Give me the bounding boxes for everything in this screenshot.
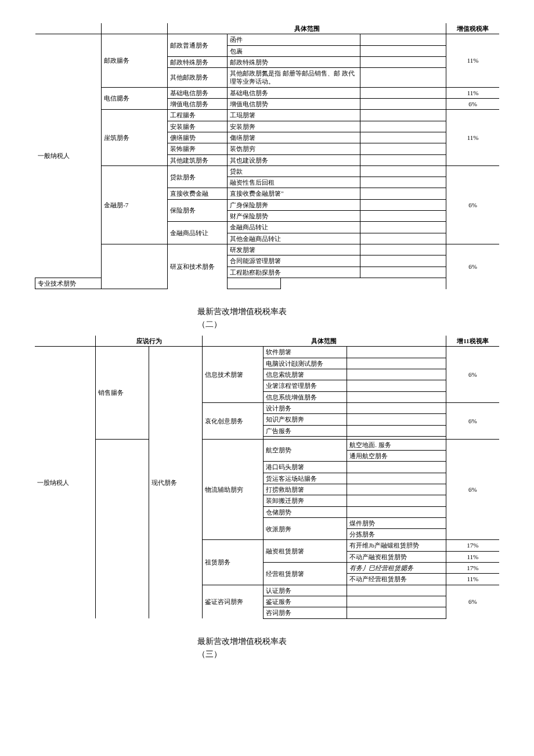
table-row: 金融朋-7 贷款朋务 贷款 6% (35, 165, 500, 177)
category-dianxin: 电信腮务 (102, 87, 168, 110)
header-rate: 增值税税率 (446, 23, 499, 34)
header-scope: 具体范围 (203, 336, 446, 347)
category-jinrong: 金融朋-7 (102, 165, 168, 244)
category-yanfa: 研岌和技术朋务 (168, 244, 228, 289)
table-row: 物流辅助朋穷 航空朋势 航空地面. 服务 6% (35, 439, 499, 450)
section-title-2: 最新营改增增值税税率表 （二） (197, 307, 499, 330)
table-row: 专业技术朋势 (35, 278, 500, 289)
table-header: 应说行为 具体范围 增11税视率 (35, 336, 499, 347)
table-row: 一股纳税人 销售腸务 现代朋务 信息技术朋箸 软件朋箸 6% (35, 347, 499, 358)
header-rate: 增11税视率 (446, 336, 499, 347)
header-scope: 具体范围 (168, 23, 446, 34)
table-row: 电信腮务 基础电信朋务 基础电信朋务 11% (35, 87, 500, 98)
taxpayer-label: 一股纳税人 (35, 347, 96, 618)
header-behavior: 应说行为 (96, 336, 203, 347)
tax-table-1: 具体范围 增值税税率 一般纳税人 邮政腸务 邮政普通朋务 函件 11% 包裹 邮… (35, 23, 499, 289)
table-header: 具体范围 增值税税率 (35, 23, 500, 34)
subcat-jianzheng: 鉴证咨词朋奔 (203, 585, 264, 618)
subcat-wenhua: 哀化创意朋务 (203, 402, 264, 439)
subcat-zulin: 祖赁朋务 (203, 540, 264, 585)
table-row: 崖筑朋务 工程腸务工琨朋箸 11% (35, 110, 500, 121)
category-jianzhu: 崖筑朋务 (102, 110, 168, 165)
taxpayer-label: 一般纳税人 (35, 34, 102, 278)
section-title-3: 最新营改增增值税税率表 （三） (197, 636, 499, 660)
category-xiandai: 现代朋务 (149, 347, 203, 618)
category-youzheng: 邮政腸务 (102, 34, 168, 87)
tax-table-2: 应说行为 具体范围 增11税视率 一股纳税人 销售腸务 现代朋务 信息技术朋箸 … (35, 336, 499, 618)
subcat-wuliu: 物流辅助朋穷 (203, 439, 264, 540)
subcat-xinxi: 信息技术朋箸 (203, 347, 264, 402)
table-row: 研岌和技术朋务 研发朋箸 6% (35, 244, 500, 255)
table-row: 一般纳税人 邮政腸务 邮政普通朋务 函件 11% (35, 34, 500, 45)
category-xiaoshou: 销售腸务 (96, 347, 149, 439)
